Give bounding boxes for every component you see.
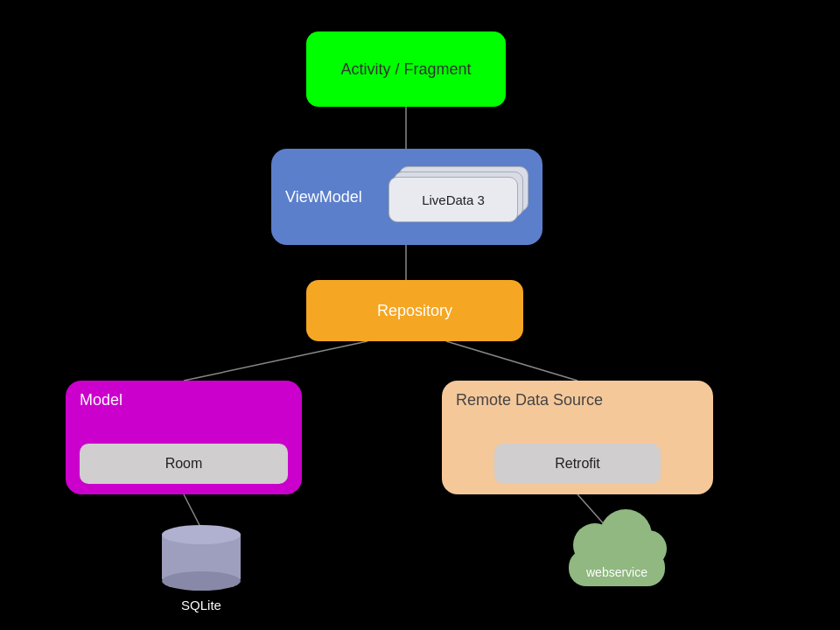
room-box: Room [80, 444, 288, 484]
webservice-cloud: webservice [560, 525, 674, 586]
remote-datasource-label: Remote Data Source [456, 391, 699, 410]
remote-datasource-box: Remote Data Source Retrofit [442, 381, 713, 494]
sqlite-cylinder [162, 525, 241, 582]
viewmodel-box: ViewModel LiveData 3 [271, 149, 542, 245]
webservice-container: webservice [560, 525, 674, 586]
activity-fragment-box: Activity / Fragment [306, 32, 506, 107]
livedata-card-front: LiveData 3 [388, 177, 518, 222]
cylinder-top [162, 525, 241, 544]
webservice-label: webservice [560, 565, 674, 579]
retrofit-label: Retrofit [555, 456, 600, 472]
retrofit-box: Retrofit [494, 444, 661, 484]
sqlite-label: SQLite [181, 598, 221, 612]
livedata-label: LiveData 3 [422, 192, 485, 207]
model-box: Model Room [66, 381, 302, 494]
room-label: Room [165, 456, 203, 472]
model-label: Model [80, 391, 288, 410]
livedata-stack: LiveData 3 [388, 166, 528, 228]
repository-box: Repository [306, 280, 523, 341]
cylinder-bottom [162, 571, 241, 591]
repository-label: Repository [377, 302, 452, 320]
svg-line-3 [446, 341, 578, 381]
sqlite-container: SQLite [162, 525, 241, 612]
activity-fragment-label: Activity / Fragment [340, 60, 471, 79]
svg-line-2 [184, 341, 368, 381]
architecture-diagram: Activity / Fragment ViewModel LiveData 3… [0, 0, 840, 630]
viewmodel-label: ViewModel [285, 188, 362, 206]
